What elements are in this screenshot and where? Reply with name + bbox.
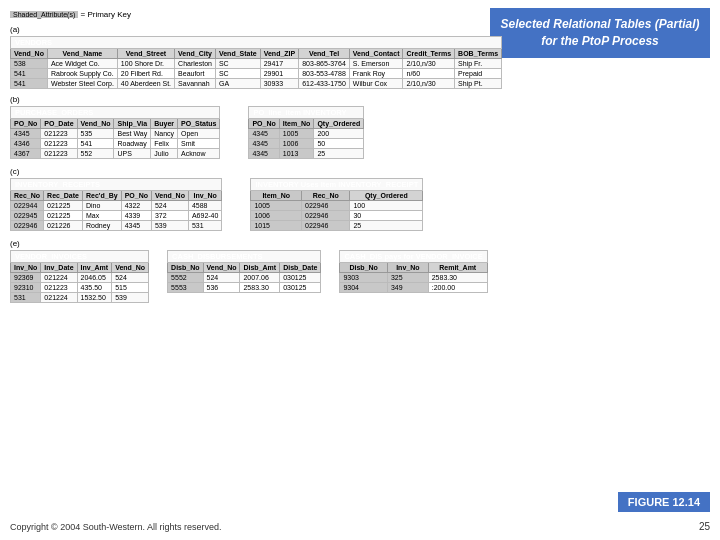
page-number: 25 bbox=[699, 521, 710, 532]
vendors-col-credit-terms: Credit_Terms bbox=[403, 49, 455, 59]
cash-dis-vend-title: CASH_DIS pays for VENDOR_INVOICE bbox=[340, 251, 487, 263]
table-row: 55525242007.06030125 bbox=[168, 273, 321, 283]
table-row: 4345101325 bbox=[249, 149, 364, 159]
table-row: 43451005200 bbox=[249, 129, 364, 139]
section-e-label: (e) bbox=[10, 239, 710, 248]
section-e: (e) VENDOR_INVOICES Inv_No Inv_Date Inv_… bbox=[10, 239, 710, 305]
section-b: (b) PURCHASE_ORDERS PO_No PO_Date Vend_N… bbox=[10, 95, 710, 161]
table-row: 9304349:200.00 bbox=[340, 283, 487, 293]
po-line-inventory-table: PO_line_item INVENTORY PO_No Item_No Qty… bbox=[248, 106, 364, 159]
copyright: Copyright © 2004 South-Western. All righ… bbox=[10, 522, 222, 532]
section-a: (a) VENDORS Vend_No Vend_Name Vend_Stree… bbox=[10, 25, 710, 89]
legend: Shaded_Attribute(s) = Primary Key bbox=[10, 10, 710, 19]
vendors-col-vend-street: Vend_Street bbox=[117, 49, 174, 59]
po-title: PURCHASE_ORDERS bbox=[11, 107, 220, 119]
table-row: 4367021223552UPSJulioAcknow bbox=[11, 149, 220, 159]
table-row: 923690212242046.05524 bbox=[11, 273, 149, 283]
table-row: 100602294630 bbox=[251, 211, 423, 221]
table-row: 541Webster Steel Corp.40 Aberdeen St.Sav… bbox=[11, 79, 502, 89]
section-a-label: (a) bbox=[10, 25, 710, 34]
vendors-table: VENDORS Vend_No Vend_Name Vend_Street Ve… bbox=[10, 36, 502, 89]
cash-dis-vendor-invoice-table: CASH_DIS pays for VENDOR_INVOICE Disb_No… bbox=[339, 250, 487, 293]
table-row: 538Ace Widget Co.100 Shore Dr.Charleston… bbox=[11, 59, 502, 69]
table-row: 4345100650 bbox=[249, 139, 364, 149]
vendors-col-bob-terms: BOB_Terms bbox=[455, 49, 502, 59]
inventory-use-receipt-table: INVENTORY Uses Item INVENTORY_RECEIPT It… bbox=[250, 178, 423, 231]
vendors-col-vend-no: Vend_No bbox=[11, 49, 48, 59]
inv-rec-title: INVENTORY_RECEIPTS bbox=[11, 179, 222, 191]
vendors-col-vend-zip: Vend_ZIP bbox=[260, 49, 299, 59]
purchase-orders-table: PURCHASE_ORDERS PO_No PO_Date Vend_No Sh… bbox=[10, 106, 220, 159]
cash-disbursements-table: CASH_DISBURSEMENTS Disb_No Vend_No Disb_… bbox=[167, 250, 321, 293]
cash-disb-title: CASH_DISBURSEMENTS bbox=[168, 251, 321, 263]
figure-label: FIGURE 12.14 bbox=[618, 492, 710, 512]
table-row: 541Rabrook Supply Co.20 Filbert Rd.Beauf… bbox=[11, 69, 502, 79]
table-row: 55535362583.30030125 bbox=[168, 283, 321, 293]
section-b-label: (b) bbox=[10, 95, 710, 104]
vendors-title: VENDORS bbox=[11, 37, 502, 49]
section-c-label: (c) bbox=[10, 167, 710, 176]
legend-shaded: Shaded_Attribute(s) bbox=[10, 11, 78, 18]
table-row: 5310212241532.50539 bbox=[11, 293, 149, 303]
vendors-col-vend-contact: Vend_Contact bbox=[349, 49, 403, 59]
vendors-col-vend-city: Vend_City bbox=[175, 49, 216, 59]
table-row: 101502294625 bbox=[251, 221, 423, 231]
table-row: 4345021223535Best WayNancyOpen bbox=[11, 129, 220, 139]
vendors-col-vend-state: Vend_State bbox=[215, 49, 260, 59]
vend-inv-title: VENDOR_INVOICES bbox=[11, 251, 149, 263]
inv-use-title: INVENTORY Uses Item INVENTORY_RECEIPT bbox=[251, 179, 423, 191]
table-row: 022946021226Rodney4345539531 bbox=[11, 221, 222, 231]
section-c: (c) INVENTORY_RECEIPTS Rec_No Rec_Date R… bbox=[10, 167, 710, 233]
vendors-col-vend-tel: Vend_Tel bbox=[299, 49, 350, 59]
inventory-receipts-table: INVENTORY_RECEIPTS Rec_No Rec_Date Rec'd… bbox=[10, 178, 222, 231]
table-row: 022944021225Dino43225244588 bbox=[11, 201, 222, 211]
table-row: 4346021223541RoadwayFelixSmit bbox=[11, 139, 220, 149]
table-row: 022945021225Max4339372A692-40 bbox=[11, 211, 222, 221]
table-row: 1005022946100 bbox=[251, 201, 423, 211]
vendors-col-vend-name: Vend_Name bbox=[47, 49, 117, 59]
legend-equals: = Primary Key bbox=[81, 10, 131, 19]
table-row: 92310021223435.50515 bbox=[11, 283, 149, 293]
vendor-invoices-table: VENDOR_INVOICES Inv_No Inv_Date Inv_Amt … bbox=[10, 250, 149, 303]
po-line-title: PO_line_item INVENTORY bbox=[249, 107, 364, 119]
table-row: 93033252583.30 bbox=[340, 273, 487, 283]
